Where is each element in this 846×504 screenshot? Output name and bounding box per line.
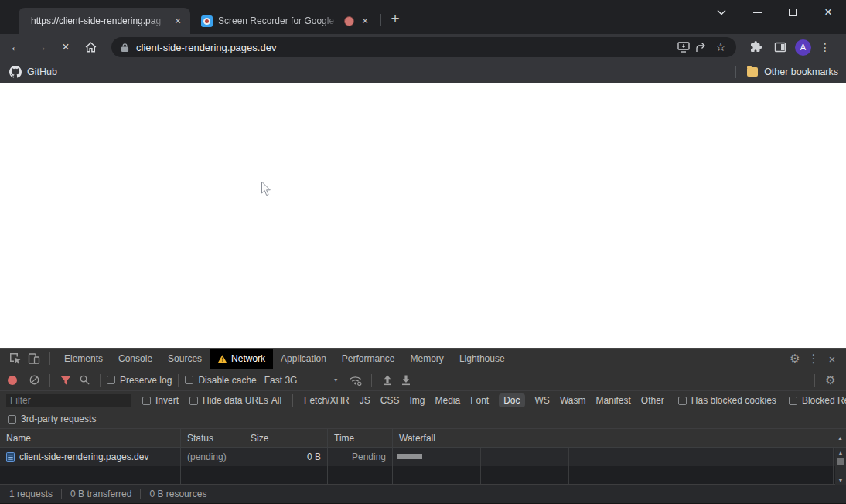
devtools-tab-elements[interactable]: Elements bbox=[56, 349, 111, 369]
blocked-requests-label: Blocked Requests bbox=[802, 395, 846, 406]
scroll-down-icon[interactable]: ▼ bbox=[838, 476, 844, 485]
browser-menu-kebab-icon[interactable]: ⋮ bbox=[817, 41, 833, 53]
devtools-tab-console[interactable]: Console bbox=[111, 349, 160, 369]
network-settings-gear-icon[interactable]: ⚙ bbox=[821, 372, 840, 389]
devtools-tab-performance[interactable]: Performance bbox=[334, 349, 403, 369]
device-toolbar-icon[interactable] bbox=[25, 350, 43, 367]
filter-type-font[interactable]: Font bbox=[470, 395, 489, 406]
home-button[interactable] bbox=[80, 37, 101, 57]
address-bar[interactable]: client-side-rendering.pages.dev ☆ bbox=[111, 37, 736, 57]
recording-indicator-icon bbox=[344, 16, 354, 26]
mouse-cursor bbox=[261, 181, 272, 200]
tab-title: Screen Recorder for Google bbox=[218, 15, 343, 26]
request-waterfall-cell bbox=[393, 448, 846, 466]
devtools-tab-network[interactable]: Network bbox=[210, 349, 273, 369]
scroll-up-icon[interactable]: ▲ bbox=[838, 448, 844, 457]
tab-client-side-rendering[interactable]: https://client-side-rendering.pag × bbox=[19, 8, 190, 34]
preserve-log-checkbox[interactable] bbox=[107, 376, 115, 384]
scrollbar-thumb[interactable] bbox=[837, 458, 844, 465]
status-divider bbox=[140, 489, 141, 499]
invert-checkbox[interactable] bbox=[142, 397, 151, 405]
side-panel-icon[interactable] bbox=[770, 37, 790, 57]
hide-data-urls-label: Hide data URLs bbox=[203, 395, 268, 406]
filter-type-doc-selected[interactable]: Doc bbox=[499, 393, 524, 407]
network-requests-grid: Name Status Size Time Waterfall ▲ client… bbox=[0, 429, 846, 484]
window-close-button[interactable]: × bbox=[810, 0, 846, 25]
export-har-icon[interactable] bbox=[397, 372, 415, 389]
filter-input[interactable] bbox=[6, 394, 131, 407]
sort-ascending-icon[interactable]: ▲ bbox=[837, 435, 843, 441]
bookmark-star-icon[interactable]: ☆ bbox=[711, 38, 730, 56]
disable-cache-checkbox[interactable] bbox=[185, 376, 193, 384]
clear-network-log-icon[interactable] bbox=[25, 372, 43, 389]
window-controls: × bbox=[704, 0, 846, 25]
throttling-dropdown[interactable]: Fast 3G ▼ bbox=[264, 375, 339, 386]
minimize-button[interactable] bbox=[739, 0, 775, 25]
tab-screen-recorder[interactable]: Screen Recorder for Google × bbox=[195, 8, 376, 34]
filter-type-manifest[interactable]: Manifest bbox=[595, 395, 630, 406]
third-party-requests-checkbox[interactable] bbox=[8, 415, 16, 424]
filter-type-ws[interactable]: WS bbox=[535, 395, 550, 406]
tab-close-icon[interactable]: × bbox=[359, 15, 371, 27]
blocked-requests-checkbox[interactable] bbox=[789, 397, 797, 405]
has-blocked-cookies-checkbox[interactable] bbox=[678, 397, 687, 405]
filter-type-media[interactable]: Media bbox=[435, 395, 460, 406]
column-header-time[interactable]: Time bbox=[328, 429, 393, 447]
filter-type-fetch-xhr[interactable]: Fetch/XHR bbox=[304, 395, 350, 406]
column-header-size[interactable]: Size bbox=[244, 429, 328, 447]
inspect-element-icon[interactable] bbox=[6, 350, 25, 367]
browser-window: https://client-side-rendering.pag × Scre… bbox=[0, 0, 846, 504]
hide-data-urls-checkbox[interactable] bbox=[189, 397, 198, 405]
devtools-tab-application[interactable]: Application bbox=[273, 349, 334, 369]
devtools-tab-lighthouse[interactable]: Lighthouse bbox=[452, 349, 513, 369]
profile-avatar[interactable]: A bbox=[795, 39, 811, 56]
filter-type-css[interactable]: CSS bbox=[380, 395, 400, 406]
page-viewport[interactable] bbox=[0, 83, 846, 348]
screen-recorder-favicon-icon bbox=[201, 15, 213, 27]
tab-close-icon[interactable]: × bbox=[172, 15, 184, 27]
stop-loading-button[interactable]: × bbox=[56, 37, 76, 57]
warning-icon bbox=[217, 354, 227, 363]
forward-button[interactable]: → bbox=[31, 37, 51, 57]
filter-type-wasm[interactable]: Wasm bbox=[560, 395, 586, 406]
dropdown-caret-icon: ▼ bbox=[333, 377, 339, 383]
devtools-menu-kebab-icon[interactable]: ⋮ bbox=[804, 350, 823, 367]
search-icon[interactable] bbox=[75, 372, 94, 389]
network-conditions-wifi-icon[interactable] bbox=[346, 372, 365, 389]
new-tab-button[interactable]: + bbox=[387, 10, 404, 27]
devtools-settings-gear-icon[interactable]: ⚙ bbox=[786, 350, 804, 367]
column-header-name[interactable]: Name bbox=[0, 429, 181, 447]
devtools-close-button[interactable]: × bbox=[823, 350, 841, 367]
waterfall-scrollbar[interactable]: ▲ ▼ bbox=[835, 448, 846, 485]
tab-title: https://client-side-rendering.pag bbox=[31, 15, 172, 26]
column-header-waterfall[interactable]: Waterfall bbox=[393, 429, 846, 447]
network-filter-bar: Invert Hide data URLs All Fetch/XHR JS C… bbox=[0, 391, 846, 410]
filter-type-all[interactable]: All bbox=[271, 395, 281, 406]
toolbar-divider bbox=[371, 374, 372, 387]
filter-type-img[interactable]: Img bbox=[409, 395, 425, 406]
other-bookmarks[interactable]: Other bookmarks bbox=[735, 66, 838, 78]
share-icon[interactable] bbox=[693, 38, 711, 56]
back-button[interactable]: ← bbox=[6, 37, 26, 57]
filter-funnel-icon[interactable] bbox=[56, 372, 75, 389]
column-header-status[interactable]: Status bbox=[181, 429, 244, 447]
toolbar-divider bbox=[100, 374, 101, 387]
filter-type-js[interactable]: JS bbox=[360, 395, 370, 406]
record-network-log-button[interactable] bbox=[8, 376, 17, 385]
extensions-puzzle-icon[interactable] bbox=[745, 37, 766, 57]
devtools-tabbar: Elements Console Sources Network Applica… bbox=[0, 349, 846, 369]
filter-type-other[interactable]: Other bbox=[641, 395, 664, 406]
devtools-tab-memory[interactable]: Memory bbox=[403, 349, 452, 369]
empty-grid-row bbox=[0, 466, 846, 484]
maximize-button[interactable] bbox=[775, 0, 810, 25]
bookmark-github[interactable]: GitHub bbox=[9, 66, 57, 78]
devtools-tab-sources[interactable]: Sources bbox=[160, 349, 210, 369]
disable-cache-label: Disable cache bbox=[198, 375, 256, 386]
toolbar-divider bbox=[49, 352, 50, 365]
request-row[interactable]: client-side-rendering.pages.dev (pending… bbox=[0, 448, 846, 466]
import-har-icon[interactable] bbox=[378, 372, 397, 389]
tab-search-chevron-icon[interactable] bbox=[704, 0, 739, 25]
request-name-cell[interactable]: client-side-rendering.pages.dev bbox=[0, 448, 181, 466]
install-app-icon[interactable] bbox=[674, 38, 693, 56]
github-icon bbox=[9, 66, 22, 78]
